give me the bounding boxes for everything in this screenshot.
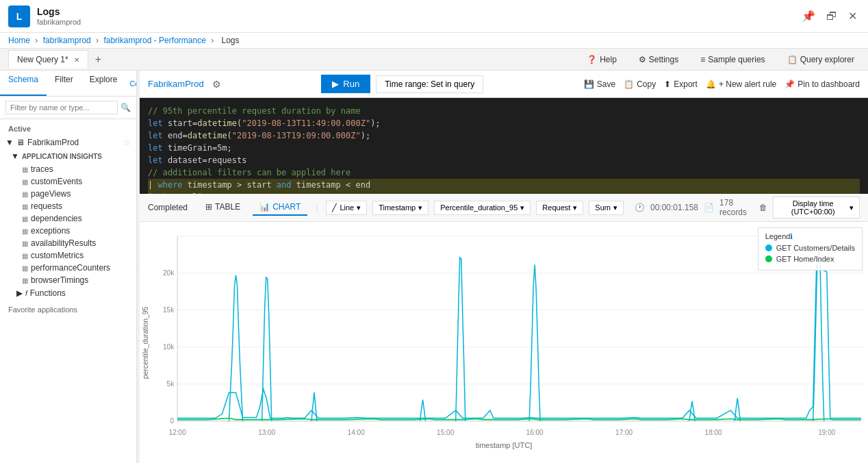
restore-button[interactable]: 🗗	[824, 7, 840, 25]
app-subtitle: fabrikamprod	[37, 18, 81, 26]
tab-close-icon[interactable]: ✕	[74, 56, 79, 64]
tab-schema[interactable]: Schema	[0, 71, 47, 96]
chart-view-tab[interactable]: 📊 CHART	[253, 199, 307, 216]
sidebar-item-pageviews[interactable]: ▦ pageViews	[16, 188, 136, 200]
chart-container: percentile_duration_95 0 5k 10k 15k 20k	[140, 222, 868, 463]
app-insights-group: ▼ APPLICATION INSIGHTS ▦ traces ▦ custom…	[5, 149, 136, 300]
y-axis-label: percentile_duration_95	[142, 306, 149, 379]
percentile-label: Percentile_duration_95	[440, 203, 518, 212]
tab-explore[interactable]: Explore	[81, 71, 126, 96]
x-tick-13: 13:00	[258, 429, 275, 436]
main-layout: Schema Filter Explore ⊟ Collapse all 🔍 A…	[0, 71, 868, 463]
chart-type-dropdown[interactable]: ╱ Line ▾	[326, 201, 367, 215]
legend-label-2: GET Home/Index	[776, 255, 834, 263]
table-view-tab[interactable]: ⊞ TABLE	[199, 199, 247, 216]
sample-queries-button[interactable]: ≡ Sample queries	[695, 52, 770, 67]
collapse-all-button[interactable]: ⊟ Collapse all	[125, 71, 137, 96]
legend-dot-1	[765, 245, 772, 251]
star-icon[interactable]: ☆	[123, 138, 131, 147]
run-button[interactable]: ▶ Run	[321, 75, 370, 93]
series1-spike1	[229, 275, 242, 421]
functions-header[interactable]: ▶ f Functions	[11, 286, 136, 300]
schema-settings-icon[interactable]: ⚙	[212, 79, 221, 90]
x-tick-16: 16:00	[526, 429, 544, 436]
save-button[interactable]: 💾 Save	[584, 79, 615, 89]
help-button[interactable]: ❓ Help	[581, 52, 622, 67]
item-label5: dependencies	[31, 214, 82, 223]
results-area: Completed ⊞ TABLE 📊 CHART | ╱ Line ▾	[140, 194, 868, 463]
sum-dropdown[interactable]: Sum ▾	[589, 201, 624, 215]
breadcrumb-home[interactable]: Home	[8, 36, 30, 45]
close-button[interactable]: ✕	[845, 7, 860, 25]
query-editor[interactable]: // 95th percentile request duration by n…	[140, 98, 868, 194]
results-toolbar: Completed ⊞ TABLE 📊 CHART | ╱ Line ▾	[140, 194, 868, 222]
query-explorer-button[interactable]: 📋 Query explorer	[782, 52, 860, 67]
pin-window-button[interactable]: 📌	[799, 7, 818, 25]
breadcrumb-performance[interactable]: fabrikamprod - Performance	[103, 36, 205, 45]
export-button[interactable]: ⬆ Export	[664, 79, 698, 89]
sidebar-item-dependencies[interactable]: ▦ dependencies	[16, 212, 136, 225]
copy-button[interactable]: 📋 Copy	[624, 79, 656, 89]
legend-label-1: GET Customers/Details	[776, 244, 855, 252]
item-label6: exceptions	[31, 226, 70, 236]
breadcrumb-fabrikamprod[interactable]: fabrikamprod	[43, 36, 91, 45]
title-bar: L Logs fabrikamprod 📌 🗗 ✕	[0, 0, 868, 33]
legend-item-1: GET Customers/Details	[765, 244, 855, 252]
fabrikamprod-link[interactable]: FabrikamProd	[148, 79, 204, 89]
content-area: FabrikamProd ⚙ ▶ Run Time range: Set in …	[140, 71, 868, 463]
display-time-dropdown[interactable]: Display time (UTC+00:00) ▾	[773, 197, 860, 218]
sidebar-item-performancecounters[interactable]: ▦ performanceCounters	[16, 262, 136, 274]
sidebar-item-customevents[interactable]: ▦ customEvents	[16, 175, 136, 188]
add-tab-button[interactable]: +	[90, 53, 107, 66]
sidebar-item-custommetrics[interactable]: ▦ customMetrics	[16, 249, 136, 262]
breadcrumb-sep2: ›	[96, 36, 101, 45]
timestamp-dropdown[interactable]: Timestamp ▾	[372, 201, 429, 215]
sidebar-filter: 🔍	[0, 97, 136, 119]
sidebar-item-browsertimings[interactable]: ▦ browserTimings	[16, 274, 136, 286]
breadcrumb-sep1: ›	[35, 36, 40, 45]
request-dropdown[interactable]: Request ▾	[536, 201, 583, 215]
chevron-icon4: ▾	[573, 203, 577, 212]
query-line-1: // 95th percentile request duration by n…	[148, 105, 860, 117]
breadcrumb-logs: Logs	[222, 36, 240, 45]
app-insights-label: APPLICATION INSIGHTS	[22, 153, 102, 160]
new-alert-button[interactable]: 🔔 + New alert rule	[706, 79, 776, 89]
sidebar-item-requests[interactable]: ▦ requests	[16, 200, 136, 212]
tab-new-query[interactable]: New Query 1* ✕	[8, 50, 88, 68]
table-icon10: ▦	[22, 277, 28, 284]
percentile-dropdown[interactable]: Percentile_duration_95 ▾	[434, 201, 531, 215]
display-time-label: Display time (UTC+00:00)	[779, 199, 847, 216]
app-icon: L	[8, 5, 30, 27]
func-icon: f	[25, 290, 27, 297]
series1-spike4	[529, 264, 540, 421]
toolbar-right: 💾 Save 📋 Copy ⬆ Export 🔔 + New alert rul…	[584, 79, 860, 89]
chart-type-label: Line	[340, 203, 354, 212]
copy-label: Copy	[637, 79, 656, 89]
pin-dashboard-button[interactable]: 📌 Pin to dashboard	[784, 79, 860, 89]
trash-icon[interactable]: 🗑	[759, 203, 767, 212]
status-text: Completed	[148, 203, 188, 212]
tab-filter[interactable]: Filter	[47, 71, 81, 96]
export-label: Export	[674, 79, 698, 89]
request-label: Request	[542, 203, 570, 212]
settings-button[interactable]: ⚙ Settings	[633, 52, 684, 67]
sidebar-item-exceptions[interactable]: ▦ exceptions	[16, 225, 136, 237]
filter-input[interactable]	[5, 101, 118, 114]
tab-label: New Query 1*	[17, 55, 68, 64]
time-range-button[interactable]: Time range: Set in query	[376, 75, 483, 93]
app-insights-header[interactable]: ▼ APPLICATION INSIGHTS	[5, 149, 136, 163]
fabrikamprod-group[interactable]: ▼ 🖥 FabrikamProd ☆	[0, 136, 136, 149]
sidebar-item-traces[interactable]: ▦ traces	[16, 163, 136, 175]
clock-icon: 🕐	[635, 203, 645, 212]
help-icon: ❓	[587, 55, 597, 64]
series1-line	[177, 266, 861, 418]
results-meta: 🕐 00:00:01.158 📄 178 records 🗑 Display t…	[635, 197, 860, 218]
sidebar-item-availabilityresults[interactable]: ▦ availabilityResults	[16, 237, 136, 249]
query-line-2: let start=datetime("2019-08-13T11:49:00.…	[148, 117, 860, 129]
table-icon8: ▦	[22, 252, 28, 260]
legend-dot-2	[765, 255, 772, 262]
chevron-right-icon: ▶	[16, 288, 23, 298]
sample-queries-icon: ≡	[700, 55, 705, 64]
query-line-5: let dataset=requests	[148, 154, 860, 166]
help-label: Help	[600, 55, 617, 64]
